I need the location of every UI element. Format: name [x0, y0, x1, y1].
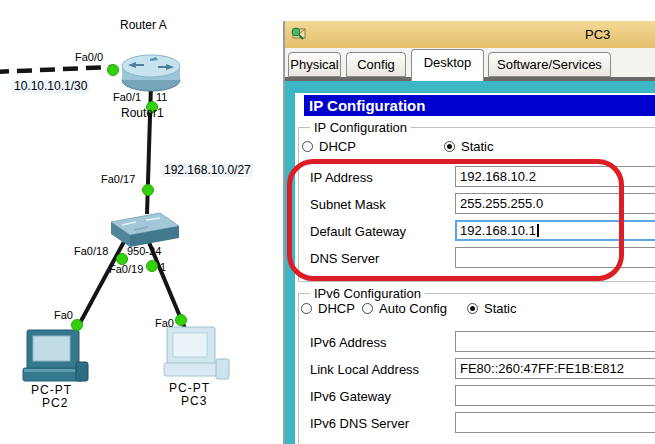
fa0-1-port-label: Fa0/1	[113, 91, 141, 103]
switch-model-label: 950-24	[127, 245, 161, 257]
pc2-name-label: PC2	[42, 397, 68, 410]
ip-configuration-panel: IP Configuration IP Configuration DHCP S…	[295, 93, 655, 444]
status-dot-pc3-fa0	[176, 315, 187, 326]
status-dot-fa0-17	[143, 185, 154, 196]
pc2-icon[interactable]	[23, 330, 88, 381]
router1-name-label: Router1	[121, 107, 164, 120]
radio-circle[interactable]	[444, 141, 455, 152]
screen: { "topology": { "router": {"title": "Rou…	[0, 0, 655, 444]
ipv6-group-label: IPv6 Configuration	[310, 286, 425, 301]
tab-desktop[interactable]: Desktop	[411, 49, 484, 81]
wan-serial-cable[interactable]	[0, 67, 112, 72]
radio-circle[interactable]	[302, 141, 313, 152]
fa0-19-port-label: Fa0/19	[109, 263, 143, 275]
radio-circle[interactable]	[467, 303, 478, 314]
ip-address-field[interactable]: 192.168.10.2	[455, 166, 655, 187]
ipv4-static-radio[interactable]: Static	[444, 139, 494, 154]
switch-name-fragment-label: 1	[160, 261, 166, 273]
status-dot-pc2-fa0	[72, 320, 83, 331]
wan-subnet-note: 10.10.10.1/30	[12, 80, 89, 93]
status-dot-fa0-0	[108, 65, 119, 76]
text-caret	[537, 224, 539, 237]
dns-server-label: DNS Server	[310, 251, 379, 266]
ipv6-dns-server-label: IPv6 DNS Server	[310, 416, 409, 431]
status-dot-fa0-19	[147, 261, 158, 272]
lan-subnet-note: 192.168.10.0/27	[162, 164, 253, 177]
default-gateway-label: Default Gateway	[310, 224, 406, 239]
tab-software-services[interactable]: Software/Services	[488, 52, 611, 77]
subinterface-fragment-label: 11	[156, 91, 167, 103]
ipv4-group-label: IP Configuration	[310, 120, 411, 135]
tab-physical[interactable]: Physical	[288, 52, 341, 77]
pc3-icon[interactable]	[164, 327, 229, 379]
fa0-17-port-label: Fa0/17	[101, 173, 135, 185]
subnet-mask-field[interactable]: 255.255.255.0	[455, 193, 655, 214]
ipv6-auto-config-radio[interactable]: Auto Config	[362, 301, 447, 316]
ipv6-address-field[interactable]	[455, 331, 655, 352]
fa0-0-port-label: Fa0/0	[75, 51, 103, 63]
radio-circle[interactable]	[301, 303, 312, 314]
ipv6-static-radio[interactable]: Static	[467, 301, 517, 316]
envelope-magnifier-icon	[291, 26, 307, 41]
subnet-mask-label: Subnet Mask	[310, 197, 386, 212]
switch-icon[interactable]	[111, 213, 179, 247]
router-a-title-label: Router A	[120, 19, 167, 32]
fa0-18-port-label: Fa0/18	[74, 245, 108, 257]
ipv6-address-label: IPv6 Address	[310, 335, 387, 350]
ipv4-dhcp-radio[interactable]: DHCP	[302, 139, 356, 154]
app-header: IP Configuration	[304, 95, 655, 116]
ipv6-gateway-label: IPv6 Gateway	[310, 389, 391, 404]
tab-config[interactable]: Config	[346, 52, 406, 77]
pc3-port-label: Fa0	[155, 317, 174, 329]
ipv6-gateway-field[interactable]	[455, 385, 655, 406]
radio-circle[interactable]	[362, 303, 373, 314]
ipv6-dns-server-field[interactable]	[455, 412, 655, 433]
router-icon[interactable]	[122, 55, 180, 91]
topology-canvas: Router A Fa0/0 10.10.10.1/30 Fa0/1 11 Ro…	[0, 0, 300, 444]
window-titlebar[interactable]: PC3	[285, 21, 655, 49]
default-gateway-field[interactable]: 192.168.10.1	[455, 220, 655, 241]
dns-server-field[interactable]	[455, 247, 655, 268]
pc2-port-label: Fa0	[54, 309, 73, 321]
ipv6-dhcp-radio[interactable]: DHCP	[301, 301, 355, 316]
desktop-area: IP Configuration IP Configuration DHCP S…	[285, 81, 655, 444]
window-title: PC3	[585, 27, 610, 42]
pc3-name-label: PC3	[181, 395, 207, 408]
link-local-address-label: Link Local Address	[310, 362, 419, 377]
pc3-window: PC3 Physical Config Desktop Software/Ser…	[283, 21, 655, 444]
ip-address-label: IP Address	[310, 170, 373, 185]
link-local-address-field[interactable]: FE80::260:47FF:FE1B:E812	[455, 358, 655, 379]
